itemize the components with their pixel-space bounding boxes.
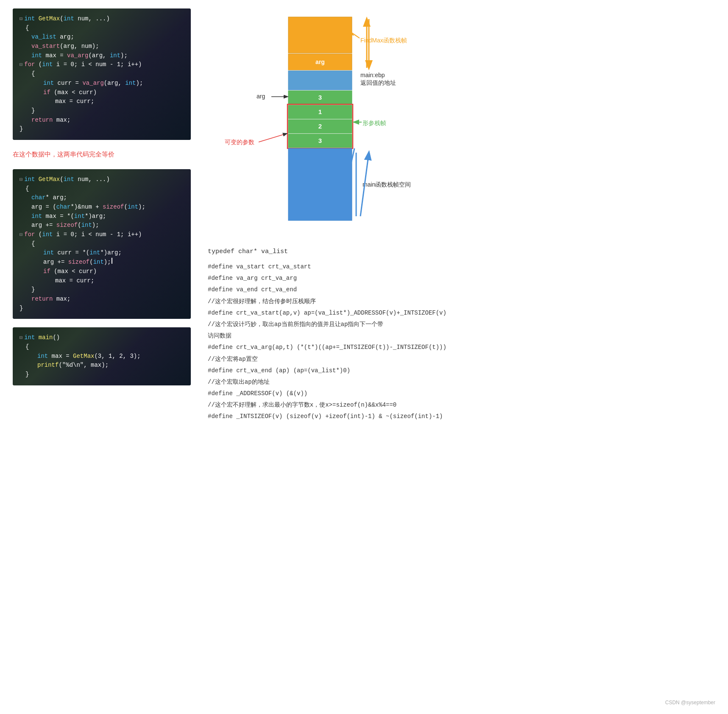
text-line: //这个宏设计巧妙，取出ap当前所指向的值并且让ap指向下一个带 bbox=[208, 319, 715, 330]
code-block-2-inner: ⊟ int GetMax(int num, ...) { char* arg; … bbox=[13, 169, 191, 319]
svg-text:返回值的地址: 返回值的地址 bbox=[360, 79, 396, 86]
svg-text:1: 1 bbox=[318, 108, 322, 115]
text-line: #define crt_va_arg(ap,t) (*(t*)((ap+=_IN… bbox=[208, 342, 715, 353]
main-container: ⊟ int GetMax(int num, ...) { va_list arg… bbox=[0, 0, 728, 436]
typedef-line: typedef char* va_list bbox=[208, 246, 715, 257]
code-line: char* arg; bbox=[20, 193, 184, 203]
fold-icon[interactable]: ⊟ bbox=[20, 231, 22, 239]
text-line: //这个宏取出ap的地址 bbox=[208, 377, 715, 388]
svg-text:形参栈帧: 形参栈帧 bbox=[363, 120, 386, 126]
code-line: ⊟ int GetMax(int num, ...) bbox=[20, 14, 184, 24]
text-line: //这个宏不好理解，求出最小的字节数x，使x>=sizeof(n)&&x%4==… bbox=[208, 400, 715, 410]
code-block-1-content: ⊟ int GetMax(int num, ...) { va_list arg… bbox=[20, 14, 184, 134]
text-line: #define va_start crt_va_start bbox=[208, 262, 715, 272]
text-line: #define va_end crt_va_end bbox=[208, 284, 715, 295]
code-line: int curr = *(int*)arg; bbox=[20, 248, 184, 258]
code-line: { bbox=[20, 240, 184, 249]
fold-icon[interactable]: ⊟ bbox=[20, 334, 22, 342]
svg-rect-13 bbox=[288, 148, 352, 220]
code-line: arg += sizeof(int); bbox=[20, 221, 184, 230]
code-block-1-inner: ⊟ int GetMax(int num, ...) { va_list arg… bbox=[13, 8, 191, 140]
code-block-3-inner: ⊟ int main() { int max = GetMax(3, 1, 2,… bbox=[13, 327, 191, 385]
fold-icon[interactable]: ⊟ bbox=[20, 61, 22, 69]
svg-text:可变的参数: 可变的参数 bbox=[225, 139, 254, 145]
code-block-2: ⊟ int GetMax(int num, ...) { char* arg; … bbox=[13, 169, 191, 319]
text-content-area: typedef char* va_list #define va_start c… bbox=[208, 242, 715, 427]
text-line: #define va_arg crt_va_arg bbox=[208, 273, 715, 284]
svg-text:2: 2 bbox=[318, 123, 322, 130]
svg-text:main:ebp: main:ebp bbox=[360, 72, 385, 78]
text-line: 访问数据 bbox=[208, 331, 715, 341]
text-line: //这个宏将ap置空 bbox=[208, 354, 715, 365]
svg-text:3: 3 bbox=[318, 137, 322, 144]
code-line: va_list arg; bbox=[20, 33, 184, 42]
stack-diagram: arg 3 1 2 3 bbox=[216, 13, 462, 233]
code-line: ⊟ for (int i = 0; i < num - 1; i++) bbox=[20, 230, 184, 240]
code-line: arg = (char*)&num + sizeof(int); bbox=[20, 203, 184, 212]
code-line: int max = va_arg(arg, int); bbox=[20, 51, 184, 61]
fold-icon[interactable]: ⊟ bbox=[20, 176, 22, 184]
diagram-area: arg 3 1 2 3 bbox=[216, 13, 715, 233]
text-line: //这个宏很好理解，结合传参时压栈顺序 bbox=[208, 296, 715, 307]
code-line: return max; bbox=[20, 116, 184, 125]
code-line: if (max < curr) bbox=[20, 267, 184, 276]
text-lines-container: #define va_start crt_va_start#define va_… bbox=[208, 262, 715, 422]
left-column: ⊟ int GetMax(int num, ...) { va_list arg… bbox=[13, 8, 191, 427]
code-line: va_start(arg, num); bbox=[20, 42, 184, 51]
svg-rect-3 bbox=[288, 71, 352, 90]
code-line: } bbox=[20, 106, 184, 116]
svg-rect-0 bbox=[288, 17, 352, 53]
svg-text:main函数栈帧空间: main函数栈帧空间 bbox=[363, 181, 411, 188]
svg-text:3: 3 bbox=[318, 94, 322, 101]
code-line: int max = GetMax(3, 1, 2, 3); bbox=[20, 352, 184, 361]
code-line: { bbox=[20, 184, 184, 194]
code-block-3-content: ⊟ int main() { int max = GetMax(3, 1, 2,… bbox=[20, 333, 184, 379]
text-line: #define _INTSIZEOF(v) (sizeof(v) +izeof(… bbox=[208, 411, 715, 422]
code-line: return max; bbox=[20, 295, 184, 304]
footer: CSDN @syseptember bbox=[665, 700, 715, 706]
code-line: arg += sizeof(int); bbox=[20, 258, 184, 267]
text-line: #define crt_va_end (ap) (ap=(va_list*)0) bbox=[208, 365, 715, 376]
code-block-3: ⊟ int main() { int max = GetMax(3, 1, 2,… bbox=[13, 327, 191, 385]
code-block-2-content: ⊟ int GetMax(int num, ...) { char* arg; … bbox=[20, 175, 184, 313]
text-line: #define crt_va_start(ap,v) ap=(va_list*)… bbox=[208, 308, 715, 318]
code-line: } bbox=[20, 304, 184, 313]
code-line: { bbox=[20, 343, 184, 352]
svg-text:arg: arg bbox=[315, 59, 325, 65]
code-line: int curr = va_arg(arg, int); bbox=[20, 79, 184, 88]
code-block-1: ⊟ int GetMax(int num, ...) { va_list arg… bbox=[13, 8, 191, 140]
code-line: { bbox=[20, 70, 184, 79]
separator-text: 在这个数据中，这两串代码完全等价 bbox=[13, 148, 191, 161]
svg-text:arg: arg bbox=[257, 93, 265, 100]
code-line: } bbox=[20, 285, 184, 295]
right-column: arg 3 1 2 3 bbox=[208, 8, 715, 427]
code-line: } bbox=[20, 125, 184, 134]
code-line: } bbox=[20, 370, 184, 379]
code-line: max = curr; bbox=[20, 97, 184, 106]
text-line: #define _ADDRESSOF(v) (&(v)) bbox=[208, 388, 715, 399]
code-line: ⊟ int main() bbox=[20, 333, 184, 343]
code-line: if (max < curr) bbox=[20, 88, 184, 98]
code-line: ⊟ int GetMax(int num, ...) bbox=[20, 175, 184, 184]
code-line: ⊟ for (int i = 0; i < num - 1; i++) bbox=[20, 60, 184, 70]
code-line: printf("%d\n", max); bbox=[20, 361, 184, 370]
code-line: max = curr; bbox=[20, 276, 184, 286]
code-line: { bbox=[20, 24, 184, 33]
code-line: int max = *(int*)arg; bbox=[20, 212, 184, 221]
fold-icon[interactable]: ⊟ bbox=[20, 15, 22, 23]
